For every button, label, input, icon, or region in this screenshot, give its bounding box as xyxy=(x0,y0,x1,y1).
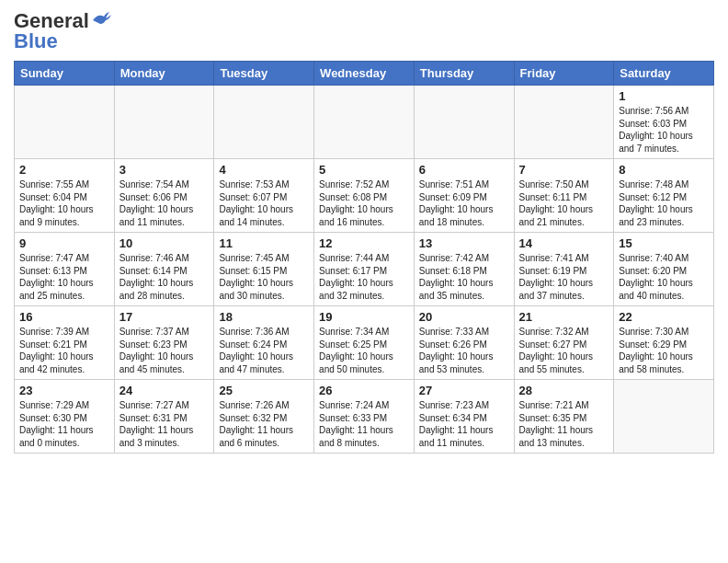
calendar-day-cell: 11Sunrise: 7:45 AM Sunset: 6:15 PM Dayli… xyxy=(214,233,314,306)
day-number: 24 xyxy=(119,384,210,397)
day-info: Sunrise: 7:41 AM Sunset: 6:19 PM Dayligh… xyxy=(519,252,609,302)
calendar-day-cell: 4Sunrise: 7:53 AM Sunset: 6:07 PM Daylig… xyxy=(214,159,314,233)
day-info: Sunrise: 7:23 AM Sunset: 6:34 PM Dayligh… xyxy=(419,399,509,449)
day-info: Sunrise: 7:39 AM Sunset: 6:21 PM Dayligh… xyxy=(19,326,109,375)
day-info: Sunrise: 7:44 AM Sunset: 6:17 PM Dayligh… xyxy=(319,252,409,302)
day-number: 8 xyxy=(619,163,709,177)
calendar-day-cell xyxy=(514,86,614,159)
calendar-week-row: 16Sunrise: 7:39 AM Sunset: 6:21 PM Dayli… xyxy=(15,306,714,380)
calendar-day-cell: 14Sunrise: 7:41 AM Sunset: 6:19 PM Dayli… xyxy=(514,233,614,306)
day-info: Sunrise: 7:21 AM Sunset: 6:35 PM Dayligh… xyxy=(519,399,609,449)
calendar-day-cell xyxy=(314,86,415,159)
day-number: 14 xyxy=(519,236,609,250)
day-number: 12 xyxy=(319,236,409,250)
calendar-header-row: Sunday Monday Tuesday Wednesday Thursday… xyxy=(15,62,714,86)
day-info: Sunrise: 7:50 AM Sunset: 6:11 PM Dayligh… xyxy=(519,178,609,228)
day-number: 18 xyxy=(219,310,309,324)
calendar-week-row: 9Sunrise: 7:47 AM Sunset: 6:13 PM Daylig… xyxy=(15,233,714,306)
col-tuesday: Tuesday xyxy=(214,62,314,86)
calendar-week-row: 2Sunrise: 7:55 AM Sunset: 6:04 PM Daylig… xyxy=(15,159,714,233)
day-info: Sunrise: 7:46 AM Sunset: 6:14 PM Dayligh… xyxy=(119,252,210,302)
day-number: 25 xyxy=(219,384,309,397)
day-number: 2 xyxy=(19,163,109,177)
calendar-day-cell xyxy=(414,86,514,159)
col-sunday: Sunday xyxy=(15,62,115,86)
calendar-day-cell: 21Sunrise: 7:32 AM Sunset: 6:27 PM Dayli… xyxy=(514,306,614,380)
day-number: 17 xyxy=(119,310,210,324)
day-number: 20 xyxy=(419,310,509,324)
calendar-day-cell: 26Sunrise: 7:24 AM Sunset: 6:33 PM Dayli… xyxy=(314,380,415,454)
col-wednesday: Wednesday xyxy=(314,62,415,86)
day-info: Sunrise: 7:54 AM Sunset: 6:06 PM Dayligh… xyxy=(119,178,210,228)
day-number: 22 xyxy=(619,310,709,324)
calendar-day-cell: 6Sunrise: 7:51 AM Sunset: 6:09 PM Daylig… xyxy=(414,159,514,233)
calendar-day-cell: 22Sunrise: 7:30 AM Sunset: 6:29 PM Dayli… xyxy=(614,306,714,380)
day-info: Sunrise: 7:47 AM Sunset: 6:13 PM Dayligh… xyxy=(19,252,109,302)
day-number: 28 xyxy=(519,384,609,397)
calendar-week-row: 23Sunrise: 7:29 AM Sunset: 6:30 PM Dayli… xyxy=(15,380,714,454)
day-info: Sunrise: 7:53 AM Sunset: 6:07 PM Dayligh… xyxy=(219,178,309,228)
day-number: 4 xyxy=(219,163,309,177)
day-info: Sunrise: 7:40 AM Sunset: 6:20 PM Dayligh… xyxy=(619,252,709,302)
calendar-day-cell: 10Sunrise: 7:46 AM Sunset: 6:14 PM Dayli… xyxy=(114,233,214,306)
calendar-day-cell: 19Sunrise: 7:34 AM Sunset: 6:25 PM Dayli… xyxy=(314,306,415,380)
calendar-day-cell: 8Sunrise: 7:48 AM Sunset: 6:12 PM Daylig… xyxy=(614,159,714,233)
day-number: 15 xyxy=(619,236,709,250)
calendar-day-cell: 5Sunrise: 7:52 AM Sunset: 6:08 PM Daylig… xyxy=(314,159,415,233)
col-friday: Friday xyxy=(514,62,614,86)
calendar-table: Sunday Monday Tuesday Wednesday Thursday… xyxy=(14,61,714,454)
day-number: 13 xyxy=(419,236,509,250)
calendar-week-row: 1Sunrise: 7:56 AM Sunset: 6:03 PM Daylig… xyxy=(15,86,714,159)
day-info: Sunrise: 7:37 AM Sunset: 6:23 PM Dayligh… xyxy=(119,326,210,375)
day-number: 19 xyxy=(319,310,409,324)
day-info: Sunrise: 7:52 AM Sunset: 6:08 PM Dayligh… xyxy=(319,178,409,228)
logo: General Blue xyxy=(14,9,111,53)
calendar-day-cell: 12Sunrise: 7:44 AM Sunset: 6:17 PM Dayli… xyxy=(314,233,415,306)
day-info: Sunrise: 7:32 AM Sunset: 6:27 PM Dayligh… xyxy=(519,326,609,375)
day-number: 21 xyxy=(519,310,609,324)
day-info: Sunrise: 7:30 AM Sunset: 6:29 PM Dayligh… xyxy=(619,326,709,375)
calendar-day-cell: 1Sunrise: 7:56 AM Sunset: 6:03 PM Daylig… xyxy=(614,86,714,159)
calendar-day-cell: 9Sunrise: 7:47 AM Sunset: 6:13 PM Daylig… xyxy=(15,233,115,306)
day-info: Sunrise: 7:27 AM Sunset: 6:31 PM Dayligh… xyxy=(119,399,210,449)
logo-bird-icon xyxy=(91,11,111,28)
day-number: 23 xyxy=(19,384,109,397)
day-info: Sunrise: 7:29 AM Sunset: 6:30 PM Dayligh… xyxy=(19,399,109,449)
calendar-day-cell: 16Sunrise: 7:39 AM Sunset: 6:21 PM Dayli… xyxy=(15,306,115,380)
day-info: Sunrise: 7:45 AM Sunset: 6:15 PM Dayligh… xyxy=(219,252,309,302)
calendar-day-cell: 24Sunrise: 7:27 AM Sunset: 6:31 PM Dayli… xyxy=(114,380,214,454)
calendar-day-cell: 25Sunrise: 7:26 AM Sunset: 6:32 PM Dayli… xyxy=(214,380,314,454)
day-number: 26 xyxy=(319,384,409,397)
day-info: Sunrise: 7:55 AM Sunset: 6:04 PM Dayligh… xyxy=(19,178,109,228)
calendar-day-cell: 20Sunrise: 7:33 AM Sunset: 6:26 PM Dayli… xyxy=(414,306,514,380)
header: General Blue xyxy=(14,9,714,53)
logo-blue-text: Blue xyxy=(14,29,58,53)
day-number: 6 xyxy=(419,163,509,177)
day-number: 1 xyxy=(619,89,709,103)
day-number: 11 xyxy=(219,236,309,250)
day-info: Sunrise: 7:36 AM Sunset: 6:24 PM Dayligh… xyxy=(219,326,309,375)
calendar-day-cell: 27Sunrise: 7:23 AM Sunset: 6:34 PM Dayli… xyxy=(414,380,514,454)
main-container: General Blue Sunday Monday Tuesday Wedne… xyxy=(0,0,728,463)
calendar-day-cell: 2Sunrise: 7:55 AM Sunset: 6:04 PM Daylig… xyxy=(15,159,115,233)
day-info: Sunrise: 7:24 AM Sunset: 6:33 PM Dayligh… xyxy=(319,399,409,449)
day-info: Sunrise: 7:51 AM Sunset: 6:09 PM Dayligh… xyxy=(419,178,509,228)
calendar-day-cell xyxy=(614,380,714,454)
day-info: Sunrise: 7:42 AM Sunset: 6:18 PM Dayligh… xyxy=(419,252,509,302)
day-number: 10 xyxy=(119,236,210,250)
calendar-day-cell: 3Sunrise: 7:54 AM Sunset: 6:06 PM Daylig… xyxy=(114,159,214,233)
day-number: 9 xyxy=(19,236,109,250)
day-number: 7 xyxy=(519,163,609,177)
calendar-day-cell: 23Sunrise: 7:29 AM Sunset: 6:30 PM Dayli… xyxy=(15,380,115,454)
col-monday: Monday xyxy=(114,62,214,86)
day-info: Sunrise: 7:33 AM Sunset: 6:26 PM Dayligh… xyxy=(419,326,509,375)
col-saturday: Saturday xyxy=(614,62,714,86)
day-info: Sunrise: 7:34 AM Sunset: 6:25 PM Dayligh… xyxy=(319,326,409,375)
calendar-day-cell xyxy=(15,86,115,159)
col-thursday: Thursday xyxy=(414,62,514,86)
calendar-day-cell: 15Sunrise: 7:40 AM Sunset: 6:20 PM Dayli… xyxy=(614,233,714,306)
day-info: Sunrise: 7:26 AM Sunset: 6:32 PM Dayligh… xyxy=(219,399,309,449)
calendar-day-cell: 7Sunrise: 7:50 AM Sunset: 6:11 PM Daylig… xyxy=(514,159,614,233)
day-info: Sunrise: 7:48 AM Sunset: 6:12 PM Dayligh… xyxy=(619,178,709,228)
day-info: Sunrise: 7:56 AM Sunset: 6:03 PM Dayligh… xyxy=(619,105,709,155)
